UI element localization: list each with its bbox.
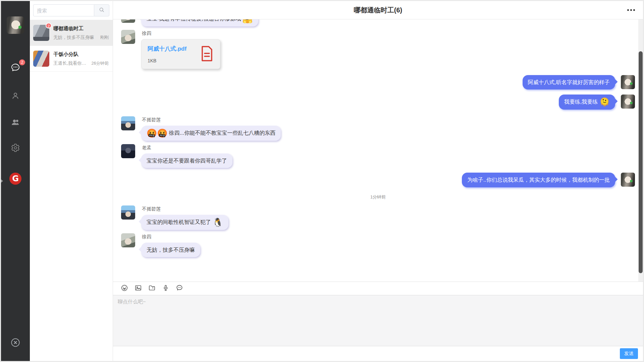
panel-collapse-arrow-icon[interactable]	[1, 179, 3, 183]
message-input[interactable]	[113, 295, 643, 346]
chat-name: 哪都通临时工	[53, 25, 109, 32]
unread-badge: 2	[46, 23, 52, 28]
avatar[interactable]	[121, 116, 135, 130]
scrollbar-track[interactable]	[638, 19, 643, 282]
chat-item-info: 干饭小分队 王道长,我看你才… 26分钟前	[53, 51, 109, 66]
message-editor	[113, 295, 643, 346]
message-incoming: 宝宝 我这有本祖传秘笈,很适合你修炼哦 🤗	[121, 19, 635, 26]
hugging-face-emoji: 🤗	[242, 19, 253, 23]
message-bubble[interactable]: 宝宝你还是不要跟着你四哥乱学了	[141, 154, 232, 168]
message-outgoing: 阿威十八式,听名字就好厉害的样子	[121, 75, 635, 89]
message-text: 阿威十八式,听名字就好厉害的样子	[528, 79, 610, 85]
pdf-file-icon	[200, 45, 214, 63]
avatar[interactable]	[621, 75, 635, 89]
more-menu-icon[interactable]	[627, 7, 636, 13]
cursing-face-emoji: 🤬🤬	[147, 128, 167, 138]
sender-name: 不摇碧莲	[142, 206, 228, 212]
chat-list-item[interactable]: 2 哪都通临时工 无妨，技多不压身嘛 刚刚	[30, 20, 113, 46]
search-input[interactable]	[33, 4, 94, 16]
avatar[interactable]	[121, 19, 135, 23]
message-text: 我要练,我要练	[564, 99, 599, 105]
message-outgoing: 我要练,我要练 🫠	[121, 95, 635, 110]
nav-logo-button[interactable]: G	[9, 173, 21, 185]
message-bubble[interactable]: 阿威十八式,听名字就好厉害的样子	[523, 75, 615, 89]
file-attachment-card[interactable]: 阿威十八式.pdf 1KB	[141, 39, 220, 69]
emoji-button[interactable]	[120, 285, 128, 293]
chat-name: 干饭小分队	[53, 51, 109, 58]
microphone-icon	[162, 284, 169, 293]
scrollbar-thumb[interactable]	[639, 51, 643, 273]
message-list: 宝宝 我这有本祖传秘笈,很适合你修炼哦 🤗 徐四 阿威十八式.pdf 1KB	[113, 19, 643, 282]
message-bubble[interactable]: 宝宝 我这有本祖传秘笈,很适合你修炼哦 🤗	[141, 19, 258, 26]
avatar[interactable]	[121, 144, 135, 158]
chat-item-info: 哪都通临时工 无妨，技多不压身嘛 刚刚	[53, 25, 109, 41]
gear-icon	[11, 148, 20, 154]
image-icon	[135, 284, 142, 293]
message-bubble[interactable]: 宝宝的间歇性机智证又犯了 🐧	[141, 215, 228, 230]
chat-main: 哪都通临时工(6) 宝宝 我这有本祖传秘笈,很适合你修炼哦 🤗 徐四	[113, 1, 643, 361]
chat-list-item[interactable]: 干饭小分队 王道长,我看你才… 26分钟前	[30, 46, 113, 72]
sender-name: 徐四	[142, 234, 200, 240]
nav-rail: 2	[1, 1, 30, 361]
app-window: 2	[0, 0, 644, 362]
message-incoming: 徐四 无妨，技多不压身嘛	[121, 233, 635, 257]
composer-toolbar	[113, 282, 643, 295]
emoji-smile-icon	[121, 284, 128, 293]
message-incoming: 不摇碧莲 🤬🤬 徐四...你能不能不教宝宝一些乱七八糟的东西	[121, 116, 635, 141]
nav-settings-button[interactable]	[11, 143, 20, 154]
penguin-emoji: 🐧	[212, 218, 223, 227]
avatar[interactable]	[121, 233, 135, 247]
avatar[interactable]	[121, 30, 135, 44]
message-text: 为啥子..你们总说我呆瓜，其实大多的时候，我都机制的一批	[467, 177, 610, 183]
person-icon	[11, 96, 20, 101]
group-icon	[10, 122, 20, 128]
time-divider: 1分钟前	[121, 194, 635, 200]
close-circle-icon	[10, 343, 20, 349]
chat-preview: 无妨，技多不压身嘛	[53, 35, 98, 41]
chat-bubble-dots-icon	[10, 68, 20, 74]
message-text: 宝宝的间歇性机智证又犯了	[147, 219, 212, 225]
message-outgoing: 为啥子..你们总说我呆瓜，其实大多的时候，我都机制的一批	[121, 173, 635, 187]
message-bubble[interactable]: 无妨，技多不压身嘛	[141, 243, 200, 257]
search-button[interactable]	[94, 4, 109, 16]
message-text: 徐四...你能不能不教宝宝一些乱七八糟的东西	[167, 130, 275, 136]
file-button[interactable]	[148, 285, 156, 293]
message-bubble[interactable]: 我要练,我要练 🫠	[559, 95, 615, 110]
sender-name: 徐四	[142, 31, 220, 37]
message-incoming: 徐四 阿威十八式.pdf 1KB	[121, 30, 635, 69]
chat-bubble-dots-icon	[176, 284, 183, 293]
avatar[interactable]	[621, 95, 635, 109]
nav-groups-button[interactable]	[10, 117, 20, 128]
close-app-button[interactable]	[10, 338, 20, 349]
nav-contacts-button[interactable]	[11, 91, 20, 102]
message-bubble[interactable]: 🤬🤬 徐四...你能不能不教宝宝一些乱七八糟的东西	[141, 126, 281, 141]
folder-icon	[148, 284, 156, 293]
chat-preview: 王道长,我看你才…	[53, 60, 90, 66]
unread-badge: 2	[19, 59, 25, 65]
search-row	[30, 1, 113, 20]
send-button[interactable]: 发送	[620, 348, 638, 359]
search-magnifier-icon	[98, 6, 105, 14]
file-name[interactable]: 阿威十八式.pdf	[148, 45, 194, 53]
chat-time: 26分钟前	[92, 61, 109, 66]
user-avatar[interactable]	[7, 16, 24, 34]
conversation-panel: 2 哪都通临时工 无妨，技多不压身嘛 刚刚 干饭小分队 王道长,我看你才… 26…	[30, 1, 113, 361]
image-button[interactable]	[134, 285, 142, 293]
history-button[interactable]	[175, 285, 183, 293]
send-bar: 发送	[113, 346, 643, 361]
group-avatar: 2	[33, 25, 49, 41]
avatar[interactable]	[621, 173, 635, 187]
chat-header: 哪都通临时工(6)	[113, 1, 643, 19]
composer: 发送	[113, 282, 643, 361]
nav-chats-button[interactable]: 2	[10, 63, 20, 74]
chat-time: 刚刚	[100, 35, 109, 41]
voice-button[interactable]	[162, 285, 170, 293]
message-incoming: 老孟 宝宝你还是不要跟着你四哥乱学了	[121, 144, 635, 168]
avatar[interactable]	[121, 205, 135, 220]
sender-name: 不摇碧莲	[142, 117, 281, 123]
sender-name: 老孟	[142, 145, 232, 151]
message-text: 宝宝你还是不要跟着你四哥乱学了	[147, 158, 227, 164]
message-text: 无妨，技多不压身嘛	[147, 247, 195, 253]
message-bubble[interactable]: 为啥子..你们总说我呆瓜，其实大多的时候，我都机制的一批	[462, 173, 615, 187]
group-avatar	[33, 51, 49, 67]
